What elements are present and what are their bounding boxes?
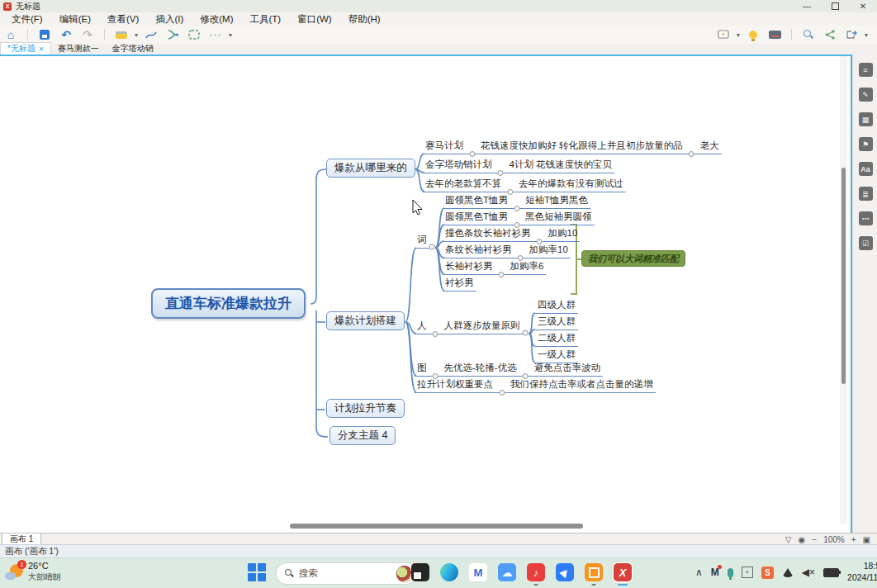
menu-tools[interactable]: 工具(T)	[241, 12, 289, 26]
topic-keyword-5[interactable]: 长袖衬衫男	[443, 261, 495, 275]
export-dropdown-icon[interactable]: ▾	[862, 31, 870, 39]
summary-icon[interactable]	[164, 27, 182, 42]
collapse-dot-icon[interactable]	[533, 233, 546, 242]
topic-keyword-2[interactable]: 圆领黑色T恤男	[443, 211, 510, 225]
topic-keyword-2b[interactable]: 黑色短袖男圆领	[523, 211, 595, 225]
topic-last-year-old-style[interactable]: 去年的老款算不算	[423, 178, 504, 192]
zoom-level[interactable]: 100%	[823, 535, 845, 544]
topic-people[interactable]: 人	[415, 320, 429, 334]
boundary-icon[interactable]	[185, 27, 203, 42]
branch-hot-item-plan-build[interactable]: 爆款计划搭建	[326, 311, 405, 330]
topic-keyword-1[interactable]: 圆领黑色T恤男	[443, 195, 510, 209]
redo-icon[interactable]: ↷	[78, 27, 97, 42]
relationship-icon[interactable]	[142, 27, 160, 42]
locate-icon[interactable]: ◉	[799, 535, 806, 544]
collapse-dot-icon[interactable]	[466, 145, 478, 154]
more-dropdown-icon[interactable]: ▾	[226, 31, 235, 39]
format-brush-icon[interactable]: ✎	[859, 88, 873, 102]
branch-subtopic-4[interactable]: 分支主题 4	[329, 426, 396, 445]
taskbar-search-box[interactable]: 搜索	[276, 562, 417, 585]
close-button[interactable]: ✕	[849, 0, 877, 12]
marker-dropdown-icon[interactable]: ▾	[132, 31, 140, 39]
collapse-dot-icon[interactable]	[429, 325, 442, 334]
label-icon[interactable]: Aa	[859, 162, 873, 176]
zoom-out-button[interactable]: −	[812, 535, 817, 544]
notes-icon[interactable]: ≣	[859, 187, 873, 201]
topic-keyword-5b[interactable]: 加购率6	[508, 261, 547, 275]
comment-icon[interactable]: ⋯	[859, 211, 873, 225]
menu-help[interactable]: 帮助(H)	[340, 12, 389, 26]
topic-weight-key-points[interactable]: 拉升计划权重要点	[415, 379, 495, 393]
minimize-button[interactable]: —	[793, 0, 821, 12]
mindmap-canvas[interactable]	[0, 55, 852, 535]
taskbar-weather-widget[interactable]: 1 26°C 大部晴朗	[5, 561, 61, 582]
topic-crowd-principle[interactable]: 人群逐步放量原则	[442, 320, 523, 334]
branch-plan-pullup-rhythm[interactable]: 计划拉升节奏	[326, 399, 405, 418]
topic-crowd-level-3[interactable]: 三级人群	[535, 316, 578, 330]
outline-icon[interactable]: ≡	[859, 63, 873, 77]
wifi-icon[interactable]	[782, 568, 794, 577]
topic-keyword-4[interactable]: 条纹长袖衬衫男	[443, 244, 514, 258]
topic-pyramid-plan[interactable]: 金字塔动销计划	[423, 159, 495, 173]
cloud-drive-icon[interactable]: ☁	[496, 562, 518, 583]
topic-crowd-level-2[interactable]: 二级人群	[535, 333, 578, 347]
topic-image-strategy[interactable]: 先优选-轮播-优选	[442, 363, 519, 377]
task-icon[interactable]: ☑	[859, 236, 873, 250]
m-tray-icon[interactable]: M	[711, 567, 719, 578]
collapse-dot-icon[interactable]	[510, 200, 523, 209]
share-icon[interactable]	[821, 27, 839, 42]
tab-untitled[interactable]: *无标题 ×	[0, 42, 51, 55]
collapse-dot-icon[interactable]	[495, 164, 507, 173]
chevron-up-icon[interactable]: ∧	[695, 567, 703, 578]
collapse-dot-icon[interactable]	[685, 145, 698, 154]
presentation-icon[interactable]	[714, 27, 732, 42]
topic-keep-ctr-increasing[interactable]: 我们保持点击率或者点击量的递增	[508, 379, 656, 393]
folders-icon[interactable]	[410, 562, 431, 583]
collapse-dot-icon[interactable]	[519, 368, 532, 377]
topic-image[interactable]: 图	[415, 363, 429, 377]
volume-muted-icon[interactable]: ◀×	[802, 567, 815, 578]
collapse-dot-icon[interactable]	[495, 266, 508, 275]
start-button[interactable]	[248, 563, 267, 582]
tab-close-icon[interactable]: ×	[39, 45, 44, 54]
taskbar-clock[interactable]: 18:56 2024/11/1	[847, 561, 877, 583]
sheet-tab-canvas-1[interactable]: 画布 1	[2, 533, 41, 545]
horizontal-scrollbar-thumb[interactable]	[290, 524, 583, 529]
topic-words[interactable]: 词	[415, 235, 429, 249]
collapse-dot-icon[interactable]	[495, 384, 508, 393]
edge-browser-icon[interactable]	[438, 562, 460, 583]
marker-pen-icon[interactable]	[112, 27, 130, 42]
microphone-icon[interactable]	[728, 568, 733, 577]
tab-saima-cekuan[interactable]: 赛马测款一	[51, 43, 106, 55]
image-icon[interactable]: ▦	[859, 112, 873, 126]
xmind-app-icon[interactable]: X	[612, 562, 633, 583]
menu-view[interactable]: 查看(V)	[99, 12, 147, 26]
summary-callout[interactable]: 我们可以大词精准匹配	[581, 250, 685, 267]
topic-keyword-3b[interactable]: 加购10	[546, 228, 581, 242]
pointer-app-icon[interactable]	[554, 562, 576, 583]
menu-insert[interactable]: 插入(I)	[147, 12, 192, 26]
topic-keyword-3[interactable]: 撞色条纹长袖衬衫男	[443, 228, 533, 242]
presentation-dropdown-icon[interactable]: ▾	[734, 31, 742, 39]
music-app-icon[interactable]: ♪	[525, 562, 547, 583]
battery-icon[interactable]	[823, 568, 839, 577]
m-app-icon[interactable]: M	[467, 562, 489, 583]
menu-window[interactable]: 窗口(W)	[289, 12, 340, 26]
topic-laoda[interactable]: 老大	[698, 140, 722, 154]
home-icon[interactable]: ⌂	[2, 27, 20, 42]
vertical-scrollbar-thumb[interactable]	[841, 168, 846, 384]
more-icon[interactable]: ···	[206, 27, 225, 42]
topic-keyword-4b[interactable]: 加购率10	[527, 244, 571, 258]
screenshot-tool-icon[interactable]: +	[742, 567, 753, 578]
central-topic[interactable]: 直通车标准爆款拉升	[151, 288, 306, 319]
topic-keyword-1b[interactable]: 短袖T恤男黑色	[523, 195, 590, 209]
tab-jinzita-dongxiao[interactable]: 金字塔动销	[106, 43, 160, 55]
topic-crowd-level-4[interactable]: 四级人群	[535, 300, 578, 314]
menu-modify[interactable]: 修改(M)	[192, 12, 241, 26]
pitch-mode-icon[interactable]	[766, 27, 784, 42]
topic-4-plans-fast-spend[interactable]: 4计划 花钱速度快的宝贝	[507, 159, 615, 173]
collapse-dot-icon[interactable]	[504, 183, 516, 192]
restore-button[interactable]	[821, 0, 849, 12]
sogou-input-icon[interactable]: S	[761, 567, 774, 579]
topic-crowd-level-1[interactable]: 一级人群	[535, 349, 578, 363]
